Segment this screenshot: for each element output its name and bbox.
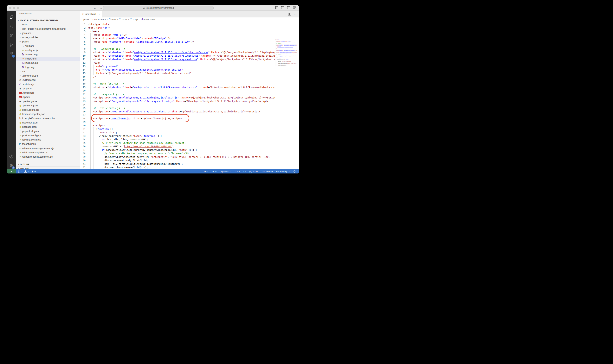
search-activity-icon[interactable] xyxy=(7,22,16,30)
tree-item-index.html[interactable]: <>index.html xyxy=(16,57,80,61)
code-line-1: <!doctype html> xyxy=(88,23,275,26)
explorer-activity-icon[interactable] xyxy=(7,13,16,21)
chevron-icon: › xyxy=(19,32,22,35)
toggle-secondary-sidebar-icon[interactable] xyxy=(287,6,290,9)
settings-gear-icon[interactable]: ⚙ 1 xyxy=(7,162,16,169)
tree-item-webpack.config.common.cjs[interactable]: JSwebpack.config.common.cjs xyxy=(16,155,80,159)
tree-item-logo.svg[interactable]: logo.svg xyxy=(16,65,80,69)
title-bar: ← → io.sc.platform.mvc.frontend xyxy=(7,5,299,11)
status-bell[interactable] xyxy=(293,170,296,173)
tab-index-html[interactable]: <> index.html × xyxy=(80,11,102,17)
status-spaces-2[interactable]: Spaces: 2 xyxy=(220,170,231,173)
breadcrumb-item-head[interactable]: head xyxy=(119,18,127,21)
account-icon[interactable] xyxy=(7,153,16,160)
gear-file-icon: ⚙ xyxy=(19,78,22,82)
status-utf-8[interactable]: UTF-8 xyxy=(234,170,240,173)
code-line-8: <!-- luckysheet css --> xyxy=(88,47,275,51)
tree-item-java-src[interactable]: ›java-src xyxy=(16,31,80,35)
minimize-window-button[interactable] xyxy=(13,7,15,9)
tree-item-nodemon.json[interactable]: {}nodemon.json xyxy=(16,121,80,125)
breadcrumb-item-html[interactable]: html xyxy=(109,18,116,21)
toggle-sidebar-icon[interactable] xyxy=(275,6,278,9)
timeline-section[interactable]: ›TIMELINE xyxy=(16,166,80,169)
tree-item-login-bg.jpg[interactable]: login-bg.jpg xyxy=(16,61,80,65)
status-lf[interactable]: LF xyxy=(244,170,246,173)
status-html[interactable]: {ø}HTML xyxy=(249,170,259,173)
back-arrow-icon[interactable]: ← xyxy=(94,6,96,10)
tree-item-pnpm-lock.yaml[interactable]: !pnpm-lock.yaml xyxy=(16,129,80,133)
close-tab-icon[interactable]: × xyxy=(99,13,100,15)
tree-item-postcss.config.cjs[interactable]: JSpostcss.config.cjs xyxy=(16,133,80,138)
breadcrumb[interactable]: public›<>index.html›html›head›script›<fu… xyxy=(80,17,299,22)
json-file-icon: {} xyxy=(19,104,22,107)
search-icon xyxy=(143,7,145,9)
tree-item-io.sc.platform.mvc.frontend.iml[interactable]: io.sc.platform.mvc.frontend.iml xyxy=(16,116,80,121)
tree-item-favicon.svg[interactable]: favicon.svg xyxy=(16,52,80,57)
code-line-35: // First check whether the page contains… xyxy=(88,141,275,145)
tree-item-public[interactable]: ›public xyxy=(16,39,80,44)
remote-icon: >< xyxy=(11,170,13,172)
tree-root[interactable]: ›IO.SC.PLATFORM.MVC.FRONTEND xyxy=(16,18,80,23)
tree-item-.npmrc[interactable]: npm.npmrc xyxy=(16,95,80,99)
svg-file-icon xyxy=(22,53,25,56)
tree-item-frontend-register.json[interactable]: {}frontend-register.json xyxy=(16,112,80,116)
split-editor-icon[interactable] xyxy=(288,13,291,15)
image-file-icon xyxy=(22,61,25,65)
tree-item-src[interactable]: ›src xyxy=(16,69,80,74)
code-line-23: <script src="/webjars/luckysheet/2.1.13/… xyxy=(88,99,275,103)
toggle-panel-icon[interactable] xyxy=(281,6,284,9)
tree-item-dist-public-io.sc.platform.mvc.frontend[interactable]: ›dist / public / io.sc.platform.mvc.fron… xyxy=(16,27,80,31)
extensions-activity-icon[interactable]: 2 xyxy=(7,50,16,58)
outline-section[interactable]: ›OUTLINE xyxy=(16,162,80,166)
tree-item-util-components-generator.cjs[interactable]: JSutil-components-generator.cjs xyxy=(16,146,80,150)
zoom-window-button[interactable] xyxy=(17,7,19,9)
code-line-41: box = div.firstChild.firstChild.getBound… xyxy=(88,162,275,166)
status-formatting-[interactable]: Formatting: ✕ xyxy=(276,170,290,173)
code-line-3: <head> xyxy=(88,30,275,33)
search-value: io.sc.platform.mvc.frontend xyxy=(146,7,174,9)
tree-item-.gitignore[interactable]: ◆.gitignore xyxy=(16,86,80,91)
breadcrumb-item--function-[interactable]: <function> xyxy=(141,18,155,21)
window-controls[interactable] xyxy=(9,7,19,9)
minimap[interactable]: <!doctype html><html lang="en"> <head> <… xyxy=(275,33,297,169)
tree-item-build[interactable]: ›build xyxy=(16,23,80,27)
breadcrumb-item-public[interactable]: public xyxy=(83,18,89,21)
tree-item-configure.js[interactable]: JSconfigure.js xyxy=(16,48,80,52)
status-error[interactable]: 0 xyxy=(18,170,22,173)
tree-item-babel.config.cjs[interactable]: Bbabel.config.cjs xyxy=(16,108,80,112)
breadcrumb-item-index-html[interactable]: <>index.html xyxy=(93,18,106,21)
status-prettier[interactable]: ✓✓Prettier xyxy=(262,170,273,173)
customize-layout-icon[interactable] xyxy=(293,6,296,9)
tree-item-util-frontend-register.cjs[interactable]: JSutil-frontend-register.cjs xyxy=(16,150,80,155)
status-ln-31-col-21[interactable]: Ln 31, Col 21 xyxy=(204,170,217,173)
tree-item-.browserslistrc[interactable]: ≡.browserslistrc xyxy=(16,74,80,78)
code-editor[interactable]: 1234567891011121314151617181920212223242… xyxy=(80,22,299,169)
tree-item-tailwind.config.cjs[interactable]: JStailwind.config.cjs xyxy=(16,138,80,142)
code-line-39: document.body.insertAdjacentHTML("afterb… xyxy=(88,155,275,159)
tree-item-.npmignore[interactable]: npm.npmignore xyxy=(16,91,80,95)
tree-item-.eslintrc.cjs[interactable]: .eslintrc.cjs xyxy=(16,82,80,86)
tree-item-webjars[interactable]: ›webjars xyxy=(16,44,80,48)
forward-arrow-icon[interactable]: → xyxy=(99,6,102,10)
tree-item-.prettierrc.json[interactable]: {}.prettierrc.json xyxy=(16,104,80,108)
tree-item-.prettierignore[interactable]: ◆.prettierignore xyxy=(16,99,80,104)
eslint-file-icon xyxy=(19,83,22,86)
tree-item-node-modules[interactable]: ›node_modules xyxy=(16,35,80,39)
json-file-icon: {} xyxy=(19,125,22,129)
status-warning[interactable]: 0 xyxy=(24,170,29,173)
tree-item-.editorconfig[interactable]: ⚙.editorconfig xyxy=(16,78,80,82)
remote-indicator[interactable]: >< xyxy=(7,169,16,173)
status-broadcast[interactable]: 0 xyxy=(31,170,36,173)
source-control-activity-icon[interactable] xyxy=(7,32,16,39)
command-center-search[interactable]: io.sc.platform.mvc.frontend xyxy=(103,6,214,10)
editor-more-actions-icon[interactable]: ⋯ xyxy=(294,13,296,16)
run-debug-activity-icon[interactable] xyxy=(7,41,16,49)
tree-item-tsconfig.json[interactable]: TStsconfig.json xyxy=(16,142,80,146)
code-line-11: <link rel="stylesheet" href="/webjars/lu… xyxy=(88,58,275,61)
close-window-button[interactable] xyxy=(9,7,12,9)
tree-item-package.json[interactable]: {}package.json xyxy=(16,125,80,129)
code-line-4: <meta charset="UTF-8" /> xyxy=(88,33,275,37)
html-file-icon: <> xyxy=(93,19,95,21)
breadcrumb-item-script[interactable]: script xyxy=(130,18,138,21)
explorer-more-actions-icon[interactable]: ⋯ xyxy=(74,12,77,14)
